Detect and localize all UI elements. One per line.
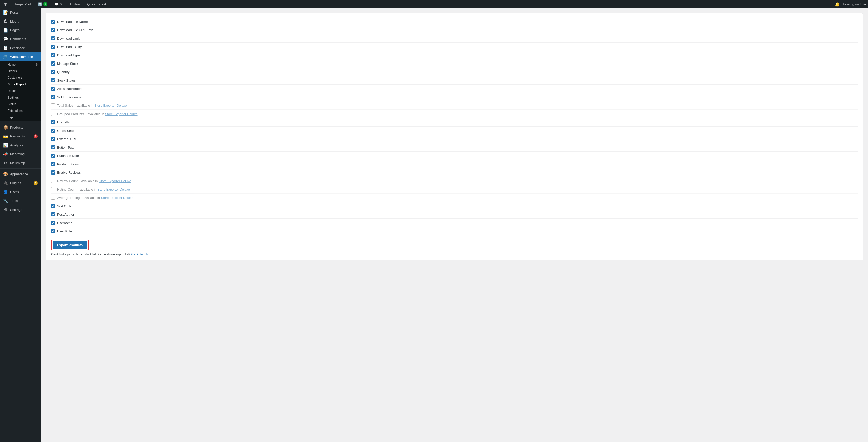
cb-user-role[interactable] (51, 229, 55, 233)
label-download-expiry: Download Expiry (57, 45, 82, 49)
sidebar-item-media[interactable]: 🖼 Media (0, 17, 41, 26)
label-quantity: Quantity (57, 70, 69, 74)
label-enable-reviews: Enable Reviews (57, 171, 81, 175)
cb-cross-sells[interactable] (51, 128, 55, 132)
row-sold-individually: Sold Individually (51, 93, 858, 101)
submenu-customers[interactable]: Customers (0, 75, 41, 81)
submenu-store-export[interactable]: Store Export (0, 81, 41, 88)
new-icon: ＋ (69, 2, 72, 6)
extensions-label: Extensions (8, 109, 23, 113)
adminbar-updates[interactable]: 🔄 7 (36, 0, 49, 8)
label-user-role: User Role (57, 229, 72, 233)
cb-download-expiry[interactable] (51, 45, 55, 49)
sidebar-item-comments[interactable]: 💬 Comments (0, 34, 41, 43)
review-count-deluxe-link[interactable]: Store Exporter Deluxe (99, 179, 131, 183)
cb-manage-stock[interactable] (51, 61, 55, 65)
sidebar-item-feedback[interactable]: 📋 Feedback (0, 43, 41, 52)
payments-badge: 1 (33, 135, 37, 139)
status-label: Status (8, 102, 16, 106)
woocommerce-submenu: Home 6 Orders Customers Store Export Rep… (0, 61, 41, 121)
cb-post-author[interactable] (51, 212, 55, 216)
total-sales-deluxe-link[interactable]: Store Exporter Deluxe (94, 104, 127, 108)
sidebar-item-settings[interactable]: ⚙ Settings (0, 205, 41, 214)
cb-review-count[interactable] (51, 179, 55, 183)
cb-allow-backorders[interactable] (51, 87, 55, 91)
sidebar-item-marketing[interactable]: 📣 Marketing (0, 150, 41, 158)
sidebar-item-mailchimp[interactable]: ✉ Mailchimp (0, 158, 41, 168)
label-cross-sells: Cross-Sells (57, 129, 74, 132)
sidebar-item-pages[interactable]: 📄 Pages (0, 26, 41, 34)
row-username: Username (51, 219, 858, 227)
site-name-label: Target Pilot (14, 2, 31, 6)
feedback-label: Feedback (10, 46, 25, 50)
cb-external-url[interactable] (51, 137, 55, 141)
cb-quantity[interactable] (51, 70, 55, 74)
rating-count-deluxe-link[interactable]: Store Exporter Deluxe (97, 187, 130, 191)
export-products-button[interactable]: Export Products (53, 241, 87, 249)
sidebar-item-payments[interactable]: 💳 Payments 1 (0, 132, 41, 141)
cb-product-status[interactable] (51, 162, 55, 166)
sidebar-item-users[interactable]: 👤 Users (0, 187, 41, 196)
cb-stock-status[interactable] (51, 78, 55, 82)
cb-download-limit[interactable] (51, 36, 55, 40)
sidebar-item-appearance[interactable]: 🎨 Appearance (0, 170, 41, 179)
adminbar-new[interactable]: ＋ New (67, 0, 82, 8)
store-export-label: Store Export (8, 83, 26, 86)
main-content: Download File Name Download File URL Pat… (41, 8, 868, 442)
cb-average-rating[interactable] (51, 196, 55, 200)
label-manage-stock: Manage Stock (57, 62, 78, 65)
adminbar-site-name[interactable]: Target Pilot (13, 0, 32, 8)
submenu-orders[interactable]: Orders (0, 68, 41, 75)
cb-sort-order[interactable] (51, 204, 55, 208)
submenu-export[interactable]: Export (0, 114, 41, 121)
sidebar-item-products[interactable]: 📦 Products (0, 123, 41, 132)
submenu-settings[interactable]: Settings (0, 94, 41, 101)
sidebar-item-posts[interactable]: 📝 Posts (0, 8, 41, 17)
average-rating-deluxe-link[interactable]: Store Exporter Deluxe (101, 196, 133, 200)
sidebar-item-analytics[interactable]: 📊 Analytics (0, 141, 41, 150)
tools-label: Tools (10, 199, 18, 203)
submenu-home[interactable]: Home 6 (0, 61, 41, 68)
cb-username[interactable] (51, 221, 55, 225)
cb-rating-count[interactable] (51, 187, 55, 191)
submenu-status[interactable]: Status (0, 101, 41, 108)
export-label: Export (8, 116, 17, 119)
settings-label: Settings (8, 96, 19, 99)
submenu-extensions[interactable]: Extensions (0, 108, 41, 114)
row-grouped-products: Grouped Products – available in Store Ex… (51, 110, 858, 118)
products-icon: 📦 (3, 125, 8, 130)
get-in-touch-link2[interactable]: Get in touch (131, 253, 148, 256)
row-button-text: Button Text (51, 143, 858, 152)
cb-enable-reviews[interactable] (51, 171, 55, 175)
adminbar-quick-export[interactable]: Quick Export (86, 0, 107, 8)
cb-grouped-products[interactable] (51, 112, 55, 116)
tools-icon: 🔧 (3, 198, 8, 203)
cb-download-type[interactable] (51, 53, 55, 57)
label-username: Username (57, 221, 72, 225)
row-total-sales: Total Sales – available in Store Exporte… (51, 101, 858, 110)
cb-up-sells[interactable] (51, 120, 55, 124)
cb-purchase-note[interactable] (51, 154, 55, 158)
sidebar-item-plugins[interactable]: 🔌 Plugins 4 (0, 179, 41, 187)
cb-button-text[interactable] (51, 145, 55, 149)
grouped-products-deluxe-link[interactable]: Store Exporter Deluxe (105, 112, 137, 116)
adminbar-logo[interactable]: ⊕ (2, 0, 9, 8)
pages-icon: 📄 (3, 28, 8, 32)
submenu-reports[interactable]: Reports (0, 88, 41, 94)
sidebar-item-woocommerce[interactable]: 🛒 WooCommerce (0, 52, 41, 61)
payments-label: Payments (10, 135, 25, 138)
plugins-badge: 4 (33, 181, 37, 185)
cb-download-file-url-path[interactable] (51, 28, 55, 32)
mailchimp-icon: ✉ (3, 160, 8, 165)
adminbar-comments[interactable]: 💬 0 (53, 0, 63, 8)
cb-total-sales[interactable] (51, 104, 55, 108)
cb-sold-individually[interactable] (51, 95, 55, 99)
row-allow-backorders: Allow Backorders (51, 85, 858, 93)
marketing-icon: 📣 (3, 152, 8, 156)
export-button-wrapper: Export Products (51, 240, 89, 251)
label-download-file-url-path: Download File URL Path (57, 28, 93, 32)
notification-bell-icon[interactable]: 🔔 (835, 2, 840, 7)
sidebar-item-tools[interactable]: 🔧 Tools (0, 196, 41, 205)
row-average-rating: Average Rating – available in Store Expo… (51, 194, 858, 202)
cb-download-file-name[interactable] (51, 20, 55, 24)
